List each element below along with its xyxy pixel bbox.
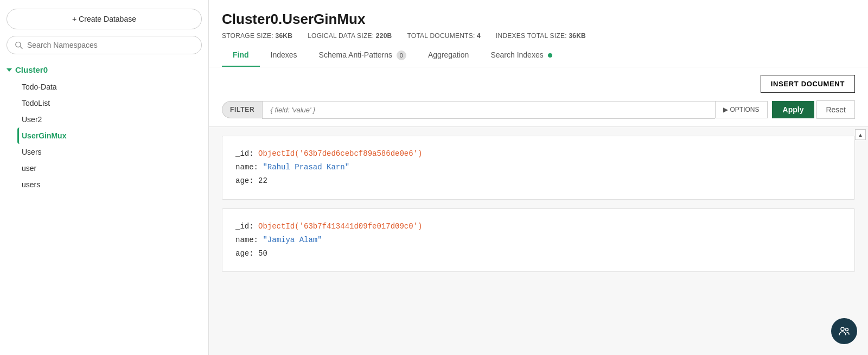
sidebar-item-user[interactable]: user — [17, 160, 202, 176]
search-icon — [15, 41, 23, 49]
create-database-button[interactable]: + Create Database — [7, 9, 202, 29]
sidebar-item-users-cap[interactable]: Users — [17, 144, 202, 160]
cluster-name: Cluster0 — [15, 65, 48, 74]
sidebar-item-todolist[interactable]: TodoList — [17, 95, 202, 111]
search-namespaces-input[interactable] — [27, 41, 194, 49]
svg-line-1 — [20, 47, 22, 49]
total-docs-stat: TOTAL DOCUMENTS: 4 — [407, 32, 481, 40]
collection-title: Cluster0.UserGinMux — [222, 11, 855, 28]
tab-aggregation[interactable]: Aggregation — [417, 45, 480, 67]
sidebar: + Create Database Cluster0 Todo-Data Tod… — [0, 0, 209, 355]
svg-point-3 — [846, 328, 848, 331]
total-docs-value: 4 — [477, 32, 481, 40]
logical-data-value: 220B — [376, 32, 392, 40]
doc1-id-field: _id: ObjectId('63b7ded6cebcf89a586de0e6'… — [235, 147, 841, 161]
total-docs-label: TOTAL DOCUMENTS: — [407, 32, 475, 40]
storage-size-stat: STORAGE SIZE: 36KB — [222, 32, 292, 40]
indexes-value: 36KB — [569, 32, 586, 40]
document-card-2: _id: ObjectId('63b7f413441d09fe017d09c0'… — [222, 208, 855, 272]
apply-button[interactable]: Apply — [772, 101, 815, 118]
logical-data-label: LOGICAL DATA SIZE: — [308, 32, 374, 40]
chevron-down-icon — [7, 68, 12, 72]
doc2-name-field: name: "Jamiya Alam" — [235, 233, 841, 247]
insert-document-button[interactable]: INSERT DOCUMENT — [761, 75, 855, 93]
indexes-stat: INDEXES TOTAL SIZE: 36KB — [496, 32, 586, 40]
tab-indexes[interactable]: Indexes — [260, 45, 308, 67]
main-content: Cluster0.UserGinMux STORAGE SIZE: 36KB L… — [209, 0, 868, 355]
storage-size-label: STORAGE SIZE: — [222, 32, 273, 40]
tab-find[interactable]: Find — [222, 45, 260, 67]
stats-row: STORAGE SIZE: 36KB LOGICAL DATA SIZE: 22… — [222, 32, 855, 40]
filter-bar: FILTER ▶ OPTIONS Apply Reset — [209, 100, 868, 126]
sidebar-item-todo-data[interactable]: Todo-Data — [17, 79, 202, 95]
tabs-bar: Find Indexes Schema Anti-Patterns 0 Aggr… — [222, 45, 855, 67]
document-card-1: _id: ObjectId('63b7ded6cebcf89a586de0e6'… — [222, 136, 855, 200]
tab-schema-anti-patterns[interactable]: Schema Anti-Patterns 0 — [308, 45, 417, 67]
cluster-section: Cluster0 Todo-Data TodoList User2 UserGi… — [7, 63, 202, 193]
sidebar-item-user2[interactable]: User2 — [17, 111, 202, 128]
options-button[interactable]: ▶ OPTIONS — [715, 101, 767, 118]
indexes-label: INDEXES TOTAL SIZE: — [496, 32, 567, 40]
filter-label: FILTER — [222, 101, 262, 118]
main-header: Cluster0.UserGinMux STORAGE SIZE: 36KB L… — [209, 0, 868, 67]
toolbar: INSERT DOCUMENT — [209, 67, 868, 100]
floating-action-button[interactable] — [831, 318, 857, 344]
doc1-age-field: age: 22 — [235, 174, 841, 188]
filter-input[interactable] — [262, 101, 715, 119]
users-icon — [838, 325, 851, 338]
reset-button[interactable]: Reset — [816, 100, 855, 119]
database-list: Todo-Data TodoList User2 UserGinMux User… — [7, 79, 202, 193]
scroll-up-button[interactable]: ▲ — [855, 129, 866, 140]
documents-area[interactable]: ▲ _id: ObjectId('63b7ded6cebcf89a586de0e… — [209, 126, 868, 355]
storage-size-value: 36KB — [276, 32, 293, 40]
logical-data-stat: LOGICAL DATA SIZE: 220B — [308, 32, 392, 40]
doc2-id-field: _id: ObjectId('63b7f413441d09fe017d09c0'… — [235, 220, 841, 233]
doc1-name-field: name: "Rahul Prasad Karn" — [235, 161, 841, 174]
schema-badge: 0 — [397, 50, 406, 60]
sidebar-item-users[interactable]: users — [17, 176, 202, 193]
svg-point-2 — [841, 327, 844, 331]
doc2-age-field: age: 50 — [235, 247, 841, 261]
cluster-header[interactable]: Cluster0 — [7, 63, 202, 77]
tab-search-indexes[interactable]: Search Indexes — [480, 45, 563, 67]
search-indexes-dot — [548, 53, 552, 58]
sidebar-item-userginmux[interactable]: UserGinMux — [17, 128, 202, 144]
search-namespaces-box — [7, 36, 202, 54]
